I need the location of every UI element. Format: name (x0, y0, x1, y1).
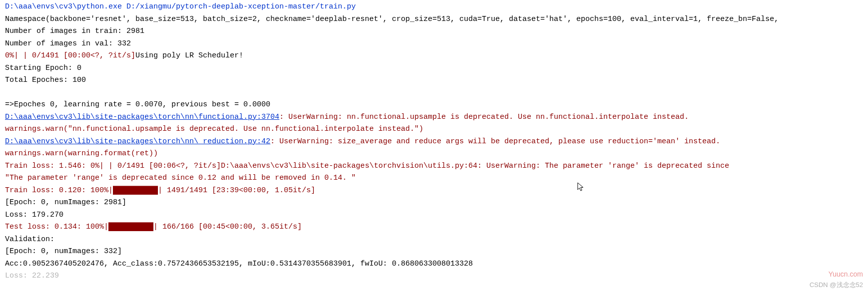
progress-bar: ██████████ (113, 186, 158, 195)
start-epoch-line: Starting Epoch: 0 (5, 62, 863, 75)
num-val-line: Number of images in val: 332 (5, 38, 863, 50)
val-epoch-summary-line: [Epoch: 0, numImages: 332] (5, 246, 863, 258)
namespace-line: Namespace(backbone='resnet', base_size=5… (5, 13, 863, 26)
file-link[interactable]: D:\aaa\envs\cv3\lib\site-packages\torch\… (5, 137, 270, 146)
test-loss-line: Test loss: 0.134: 100%|██████████| 166/1… (5, 221, 863, 234)
blank-line (5, 87, 863, 99)
file-link[interactable]: D:\aaa\envs\cv3\lib\site-packages\torch\… (5, 113, 279, 121)
num-train-line: Number of images in train: 2981 (5, 25, 863, 38)
command-line: D:\aaa\envs\cv3\python.exe D:/xiangmu/py… (5, 1, 863, 13)
validation-line: Validation: (5, 234, 863, 246)
progress-bar: ██████████ (108, 223, 153, 231)
warning-1-line: D:\aaa\envs\cv3\lib\site-packages\torch\… (5, 111, 863, 124)
watermark-yuucn: Yuucn.com (829, 268, 863, 281)
train-loss-2-line: Train loss: 0.120: 100%|██████████| 1491… (5, 185, 863, 197)
metrics-line: Acc:0.9052367405202476, Acc_class:0.7572… (5, 258, 863, 271)
epoch-header-line: =>Epoches 0, learning rate = 0.0070, pre… (5, 99, 863, 111)
warning-2-line: D:\aaa\envs\cv3\lib\site-packages\torch\… (5, 136, 863, 148)
total-epochs-line: Total Epoches: 100 (5, 74, 863, 87)
epoch-summary-line: [Epoch: 0, numImages: 2981] (5, 197, 863, 209)
range-detail-line: "The parameter 'range' is deprecated sin… (5, 172, 863, 185)
warning-2-detail: warnings.warn(warning.format(ret)) (5, 148, 863, 160)
warning-1-detail: warnings.warn("nn.functional.upsample is… (5, 123, 863, 136)
watermark-csdn: CSDN @浅念念52 (810, 279, 863, 292)
loss-line: Loss: 179.270 (5, 209, 863, 222)
train-loss-1-line: Train loss: 1.546: 0%| | 0/1491 [00:06<?… (5, 160, 863, 173)
progress-init-line: 0%| | 0/1491 [00:00<?, ?it/s]Using poly … (5, 50, 863, 62)
partial-loss-line: Loss: 22.239 (5, 270, 863, 283)
